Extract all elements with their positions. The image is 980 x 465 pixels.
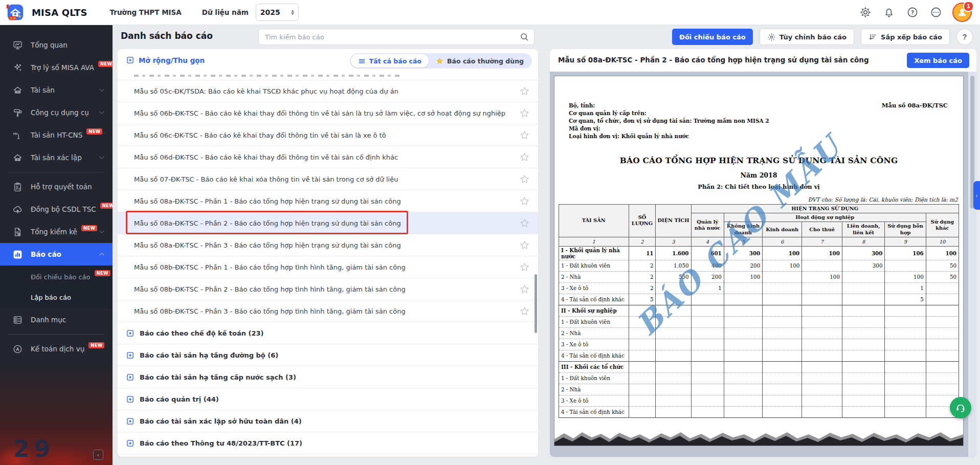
expand-collapse-toggle[interactable]: Mở rộng/Thu gọn xyxy=(126,56,205,64)
favorite-star-icon[interactable] xyxy=(519,284,530,295)
inventory-icon xyxy=(12,227,23,237)
table-cell xyxy=(885,305,926,316)
table-cell xyxy=(842,384,884,395)
favorite-star-icon[interactable] xyxy=(519,108,530,119)
table-row-label: III - Khối các tổ chức xyxy=(559,361,629,372)
support-chat-button[interactable] xyxy=(950,397,971,418)
sidebar-item-8[interactable]: Đồng bộ CSDL TSCNEW xyxy=(0,198,113,220)
misa-qlts-app: 2-9 MISA QLTS Trường THPT MISA Dữ liệu n… xyxy=(0,0,980,465)
report-category-row[interactable]: Báo cáo tài sản xác lập sở hữu toàn dân … xyxy=(118,410,538,432)
table-col-header: Không kinh doanh xyxy=(724,222,762,237)
report-row[interactable]: Mẫu số 08b-ĐK-TSC - Phần 3 - Báo cáo tổn… xyxy=(118,300,538,322)
favorite-star-icon[interactable] xyxy=(519,306,530,317)
table-row: 1 - Đất khuôn viên xyxy=(559,316,959,327)
table-col-header: Liên doanh, liên kết xyxy=(842,222,884,237)
panel-collapse-tab[interactable]: ‹ xyxy=(973,181,980,210)
sort-reports-button[interactable]: Sắp xếp báo cáo xyxy=(861,29,950,45)
compare-reports-button[interactable]: Đối chiếu báo cáo xyxy=(672,29,753,45)
search-input[interactable] xyxy=(258,29,534,45)
filter-favorite-reports[interactable]: Báo cáo thường dùng xyxy=(429,54,531,68)
sidebar-item-5[interactable]: Tài sản xác lập xyxy=(0,146,113,169)
report-category-row[interactable]: Báo cáo theo Thông tư 48/2023/TT-BTC (17… xyxy=(118,432,538,454)
favorite-star-icon[interactable] xyxy=(519,130,530,141)
table-cell xyxy=(926,361,959,372)
table-cell xyxy=(724,350,762,361)
search-icon[interactable] xyxy=(519,32,529,42)
report-row[interactable]: Mẫu số 06d-ĐK-TSC - Báo cáo kê khai thay… xyxy=(118,146,538,168)
report-row[interactable]: Mẫu số 08b-ĐK-TSC - Phần 1 - Báo cáo tổn… xyxy=(118,256,538,278)
table-cell: 1.600 xyxy=(656,246,691,260)
chevron-down-icon xyxy=(98,86,105,94)
settings-gear-icon[interactable] xyxy=(859,6,872,18)
sidebar-item-3[interactable]: Công cụ dụng cụ xyxy=(0,101,113,124)
table-col-header: Sử dụng hỗn hợp xyxy=(885,222,926,237)
sidebar-subitem-1[interactable]: Lập báo cáo xyxy=(0,287,113,307)
sidebar-item-11[interactable]: Danh mục xyxy=(0,308,113,331)
plus-square-icon xyxy=(126,373,135,382)
table-cell xyxy=(629,384,656,395)
year-stepper-icon[interactable]: ▲▼ xyxy=(291,9,294,15)
sidebar-item-4[interactable]: Tài sản HT-CNSNEW xyxy=(0,124,113,146)
table-row: 1 - Đất khuôn viên21.05040020010030050 xyxy=(559,260,959,271)
customize-reports-button[interactable]: Tùy chỉnh báo cáo xyxy=(760,29,854,45)
table-cell xyxy=(724,339,762,350)
table-cell xyxy=(656,350,691,361)
sidebar-item-2[interactable]: Tài sản xyxy=(0,79,113,101)
page-help-button[interactable]: ? xyxy=(956,29,973,45)
organization-name[interactable]: Trường THPT MISA xyxy=(110,8,182,16)
table-cell xyxy=(802,350,842,361)
report-row[interactable]: Mẫu số 08a-ĐK-TSC - Phần 1 - Báo cáo tổn… xyxy=(118,190,538,212)
sidebar-subitem-label: Đối chiếu báo cáo xyxy=(31,273,91,281)
report-row[interactable]: Mẫu số 08b-ĐK-TSC - Phần 2 - Báo cáo tổn… xyxy=(118,278,538,300)
sidebar-item-13[interactable]: Kế toán dịch vụNEW xyxy=(0,338,113,360)
favorite-star-icon[interactable] xyxy=(519,86,530,97)
report-row[interactable]: Mẫu số 07-ĐK-TSC - Báo cáo kê khai xóa t… xyxy=(118,168,538,190)
report-row-label: Mẫu số 08b-ĐK-TSC - Phần 1 - Báo cáo tổn… xyxy=(134,263,416,271)
filter-favorite-label: Báo cáo thường dùng xyxy=(447,57,524,65)
report-row[interactable]: Mẫu số 08a-ĐK-TSC - Phần 2 - Báo cáo tổn… xyxy=(118,212,538,234)
user-avatar[interactable]: 1 xyxy=(953,4,971,21)
report-icon xyxy=(12,249,23,260)
list-scrollbar-thumb[interactable] xyxy=(534,274,537,333)
report-category-row[interactable]: Báo cáo tài sản hạ tầng đường bộ (6) xyxy=(118,344,538,366)
help-circle-icon[interactable]: ? xyxy=(906,6,919,18)
sidebar-item-1[interactable]: Trợ lý số MISA AVANEW xyxy=(0,56,113,79)
sidebar-subitem-0[interactable]: Đối chiếu báo cáoNEW xyxy=(0,267,113,287)
table-cell xyxy=(763,327,802,339)
report-category-row[interactable]: Báo cáo quản trị (44) xyxy=(118,388,538,410)
sidebar-item-0[interactable]: Tổng quan xyxy=(0,34,113,56)
table-cell xyxy=(842,361,884,372)
report-row[interactable]: Mẫu số 08a-ĐK-TSC - Phần 3 - Báo cáo tổn… xyxy=(118,234,538,256)
report-category-row[interactable]: Báo cáo tài sản hạ tầng cấp nước sạch (3… xyxy=(118,366,538,388)
view-report-button[interactable]: Xem báo cáo xyxy=(907,53,969,68)
year-selector[interactable]: 2025 ▲▼ xyxy=(256,4,299,21)
report-row[interactable]: Mẫu số 06b-ĐK-TSC - Báo cáo kê khai thay… xyxy=(118,102,538,124)
sidebar-item-10[interactable]: Báo cáo xyxy=(0,243,113,265)
preview-report-title: Mẫu số 08a-ĐK-TSC - Phần 2 - Báo cáo tổn… xyxy=(558,56,880,64)
table-cell: 50 xyxy=(926,271,959,282)
sidebar-collapse-button[interactable]: ‹ xyxy=(93,450,103,460)
table-cell xyxy=(802,339,842,350)
favorite-star-icon[interactable] xyxy=(519,174,530,185)
table-col-header: SỐ LƯỢNG xyxy=(629,205,656,237)
table-row: 2 - Nhà xyxy=(559,327,959,339)
more-options-icon[interactable] xyxy=(930,6,942,18)
page-title: Danh sách báo cáo xyxy=(121,31,213,41)
filter-all-reports[interactable]: Tất cả báo cáo xyxy=(351,54,429,68)
report-category-row[interactable]: Báo cáo theo chế độ kế toán (23) xyxy=(118,322,538,344)
favorite-star-icon[interactable] xyxy=(519,196,530,207)
table-cell: 100 xyxy=(763,246,802,260)
report-row[interactable]: Mẫu số 06c-ĐK-TSC - Báo cáo kê khai thay… xyxy=(118,124,538,146)
sidebar-item-7[interactable]: Hỗ trợ quyết toán xyxy=(0,175,113,198)
table-index-cell: 3 xyxy=(656,237,691,246)
favorite-star-icon[interactable] xyxy=(519,218,530,229)
document-scrollbar-track[interactable] xyxy=(968,72,976,457)
sidebar-item-9[interactable]: Tổng kiểm kêNEW xyxy=(0,220,113,243)
favorite-star-icon[interactable] xyxy=(519,240,530,251)
category-label: Báo cáo quản trị (44) xyxy=(140,395,219,403)
notifications-bell-icon[interactable] xyxy=(883,6,895,18)
favorite-star-icon[interactable] xyxy=(519,262,530,273)
report-row[interactable]: Mẫu số 05c-ĐK/TSDA: Báo cáo kê khai TSCĐ… xyxy=(118,80,538,102)
table-cell xyxy=(629,305,656,316)
favorite-star-icon[interactable] xyxy=(519,152,530,163)
